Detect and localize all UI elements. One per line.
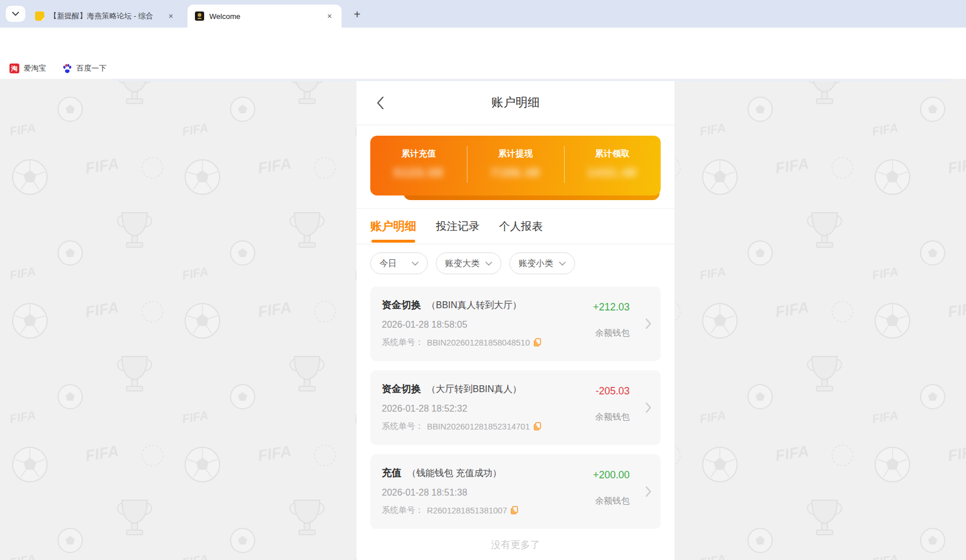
browser-tab-welcome[interactable]: Welcome × [187,5,342,28]
no-more-label: 没有更多了 [370,538,661,551]
transaction-amount: +200.00 [593,469,630,481]
summary-value-blurred: 7186.48 [467,166,564,179]
svg-text:淘: 淘 [11,65,18,72]
new-tab-button[interactable]: + [350,7,365,22]
transaction-subtitle: （大厅转到BBIN真人） [427,383,522,396]
tab-account-details[interactable]: 账户明细 [370,218,416,234]
filter-major-category-dropdown[interactable]: 账变大类 [436,252,501,274]
transaction-wallet: 余额钱包 [593,328,630,339]
transaction-right-block: +212.03 余额钱包 [593,301,630,339]
transaction-type: 充值 [382,466,401,480]
bookmarks-bar: 淘 爱淘宝 百度一下 [0,57,966,79]
chevron-right-icon[interactable] [645,318,651,329]
transaction-subtitle: （BBIN真人转到大厅） [427,300,522,312]
filter-minor-category-dropdown[interactable]: 账变小类 [509,252,575,274]
transaction-right-block: -205.03 余额钱包 [595,385,630,423]
screen: FIFA FIFA [0,0,966,560]
tab-bet-records[interactable]: 投注记录 [436,219,480,234]
summary-withdraw: 累计提现 7186.48 [467,136,564,195]
copy-icon[interactable] [511,506,518,515]
dark-emblem-icon [194,11,205,21]
transaction-row[interactable]: 资金切换 （BBIN真人转到大厅） 2026-01-28 18:58:05 系统… [370,286,661,361]
tab-title: Welcome [209,12,320,21]
summary-value-blurred: 5123.58 [370,166,467,179]
order-label: 系统单号： [382,505,424,516]
summary-claimed: 累计领取 1431.48 [564,136,661,195]
chevron-down-icon [12,11,19,16]
report-tabs: 账户明细 投注记录 个人报表 [356,209,674,244]
transaction-amount: -205.03 [595,385,630,397]
bookmark-baidu[interactable]: 百度一下 [62,63,106,74]
back-nav-button[interactable] [373,95,388,110]
transaction-type: 资金切换 [382,298,421,312]
browser-tab-strip: 【新提醒】海燕策略论坛 - 综合 × Welcome × + [0,0,966,28]
summary-deposit: 累计充值 5123.58 [370,136,467,195]
page-title: 账户明细 [356,79,674,125]
tab-title: 【新提醒】海燕策略论坛 - 综合 [49,11,161,21]
back-chevron-icon [376,96,384,110]
order-number: R2601281851381007 [427,506,508,515]
chevron-right-icon[interactable] [645,402,651,413]
filter-label: 账变小类 [519,258,553,269]
transaction-list: 资金切换 （BBIN真人转到大厅） 2026-01-28 18:58:05 系统… [356,274,674,551]
transaction-row[interactable]: 资金切换 （大厅转到BBIN真人） 2026-01-28 18:52:32 系统… [370,370,661,445]
close-icon[interactable]: × [166,11,176,21]
taobao-icon: 淘 [9,63,20,74]
transaction-wallet: 余额钱包 [593,496,630,507]
summary-value-blurred: 1431.48 [564,166,661,179]
summary-card: 累计充值 5123.58 累计提现 7186.48 累计领取 1431.48 [370,136,661,195]
summary-label: 累计领取 [564,148,661,159]
filter-row: 今日 账变大类 账变小类 [356,244,674,274]
browser-toolbar: ld48.com/reports/index?tab=0 [0,28,966,57]
transaction-amount: +212.03 [593,301,630,313]
transaction-row[interactable]: 充值 （钱能钱包 充值成功） 2026-01-28 18:51:38 系统单号：… [370,454,661,529]
close-icon[interactable]: × [324,11,335,21]
bookmark-aitaobao[interactable]: 淘 爱淘宝 [9,63,46,74]
tab-search-button[interactable] [6,6,25,22]
filter-label: 账变大类 [445,258,480,269]
page-header: 账户明细 [356,79,674,125]
yellow-note-icon [34,11,45,21]
chevron-down-icon [559,262,566,266]
browser-tab-forum[interactable]: 【新提醒】海燕策略论坛 - 综合 × [28,5,183,28]
bookmark-label: 百度一下 [76,63,106,74]
transaction-right-block: +200.00 余额钱包 [593,469,630,507]
transaction-type: 资金切换 [382,382,421,396]
chevron-down-icon [412,262,419,266]
bookmark-label: 爱淘宝 [24,63,46,74]
summary-label: 累计充值 [370,148,467,159]
transaction-subtitle: （钱能钱包 充值成功） [407,467,501,480]
tab-personal-report[interactable]: 个人报表 [499,219,543,234]
summary-label: 累计提现 [467,148,564,159]
account-details-panel: 账户明细 累计充值 5123.58 累计提现 7186.48 累计领取 1431… [356,79,674,560]
order-label: 系统单号： [382,421,424,432]
order-label: 系统单号： [382,337,424,348]
baidu-paw-icon [62,63,72,74]
copy-icon[interactable] [534,422,541,431]
order-number: BBIN202601281852314701 [427,422,530,431]
filter-date-dropdown[interactable]: 今日 [370,252,428,274]
filter-label: 今日 [379,258,397,269]
chevron-right-icon[interactable] [645,486,651,497]
transaction-wallet: 余额钱包 [595,412,630,423]
summary-card-wrap: 累计充值 5123.58 累计提现 7186.48 累计领取 1431.48 [370,136,661,200]
copy-icon[interactable] [534,338,541,347]
chevron-down-icon [485,262,492,266]
order-number: BBIN202601281858048510 [427,338,530,347]
